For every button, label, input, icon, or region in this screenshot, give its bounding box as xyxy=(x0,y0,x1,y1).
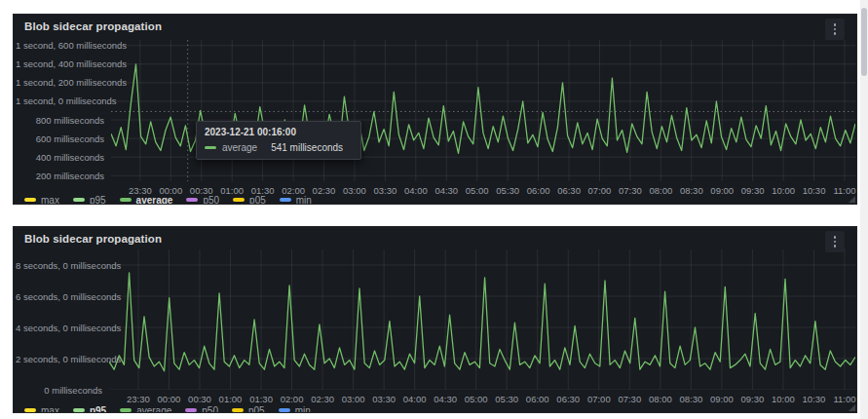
legend-item-label: average xyxy=(136,405,171,414)
legend-item-max[interactable]: max xyxy=(24,405,59,414)
kebab-menu-icon xyxy=(834,28,837,31)
kebab-menu-icon xyxy=(834,32,837,35)
chart-tooltip: 2023-12-21 00:16:00 average 541 millisec… xyxy=(196,121,361,160)
grafana-panel: Blob sidecar propagation maxp95averagep5… xyxy=(13,14,857,205)
series-color-swatch xyxy=(280,198,291,202)
series-color-swatch xyxy=(205,146,216,150)
legend-item-p50[interactable]: p50 xyxy=(186,195,219,206)
legend-item-min[interactable]: min xyxy=(280,195,312,206)
legend-item-p95[interactable]: p95 xyxy=(73,405,106,414)
y-axis-tick: 0 milliseconds xyxy=(16,385,102,396)
legend-item-average[interactable]: average xyxy=(120,405,171,414)
y-axis-tick: 400 milliseconds xyxy=(16,152,104,163)
time-series-plot[interactable] xyxy=(109,249,855,390)
legend-item-label: p05 xyxy=(249,195,266,206)
y-axis-tick: 1 second, 600 milliseconds xyxy=(16,40,104,51)
panel-title: Blob sidecar propagation xyxy=(24,233,162,245)
time-series-plot[interactable] xyxy=(111,40,855,181)
legend-item-label: p95 xyxy=(90,195,106,206)
legend-item-label: max xyxy=(41,195,59,206)
series-color-swatch xyxy=(24,198,36,202)
scrollbar-thumb[interactable] xyxy=(861,8,867,76)
series-color-swatch xyxy=(120,198,132,202)
grafana-panel: Blob sidecar propagation maxp95averagep5… xyxy=(13,226,857,413)
series-color-swatch xyxy=(73,198,85,202)
panel-resize-handle[interactable] xyxy=(849,196,855,203)
legend-item-label: min xyxy=(296,195,312,206)
legend-item-average[interactable]: average xyxy=(120,195,173,206)
tooltip-timestamp: 2023-12-21 00:16:00 xyxy=(205,127,353,137)
legend-item-label: average xyxy=(136,195,173,206)
panel-menu-button[interactable] xyxy=(825,19,845,40)
kebab-menu-icon xyxy=(834,241,837,244)
kebab-menu-icon xyxy=(834,245,837,248)
y-axis-tick: 1 second, 0 milliseconds xyxy=(16,95,104,106)
panel-legend: maxp95averagep50p05min xyxy=(24,403,311,413)
kebab-menu-icon xyxy=(834,236,837,239)
y-axis-tick: 6 seconds, 0 milliseconds xyxy=(16,291,102,302)
legend-item-label: max xyxy=(41,405,59,414)
y-axis-tick: 200 milliseconds xyxy=(16,171,104,181)
y-axis-tick: 1 second, 400 milliseconds xyxy=(16,58,104,69)
legend-item-min[interactable]: min xyxy=(279,405,311,414)
legend-item-max[interactable]: max xyxy=(24,195,59,206)
series-color-swatch xyxy=(279,408,290,412)
kebab-menu-icon xyxy=(834,23,837,26)
legend-item-label: p50 xyxy=(202,405,218,414)
y-axis-tick: 1 second, 200 milliseconds xyxy=(16,77,104,88)
tooltip-series-name: average xyxy=(222,142,257,153)
tooltip-value: 541 milliseconds xyxy=(271,142,343,153)
series-color-swatch xyxy=(233,198,245,202)
y-axis-tick: 2 seconds, 0 milliseconds xyxy=(16,354,102,364)
legend-item-p05[interactable]: p05 xyxy=(233,195,266,206)
series-color-swatch xyxy=(185,408,197,412)
legend-item-label: p95 xyxy=(90,405,106,414)
series-color-swatch xyxy=(73,408,85,412)
series-color-swatch xyxy=(120,408,132,412)
y-axis-tick: 8 seconds, 0 milliseconds xyxy=(16,260,102,271)
series-line-p95 xyxy=(109,273,855,371)
y-axis-tick: 600 milliseconds xyxy=(16,133,104,144)
y-axis-tick: 800 milliseconds xyxy=(16,115,104,126)
panel-title: Blob sidecar propagation xyxy=(24,20,162,32)
legend-item-p95[interactable]: p95 xyxy=(73,195,106,206)
y-axis-tick: 4 seconds, 0 milliseconds xyxy=(16,323,102,333)
series-color-swatch xyxy=(24,408,36,412)
legend-item-label: p05 xyxy=(248,405,265,414)
legend-item-p50[interactable]: p50 xyxy=(185,405,218,414)
series-color-swatch xyxy=(232,408,244,412)
legend-item-label: min xyxy=(295,405,311,414)
scrollbar-track[interactable] xyxy=(860,0,868,419)
legend-item-p05[interactable]: p05 xyxy=(232,405,265,414)
x-axis-tick: 11:00 xyxy=(825,185,857,196)
x-axis-tick: 11:00 xyxy=(825,394,857,404)
series-color-swatch xyxy=(186,198,198,202)
legend-item-label: p50 xyxy=(203,195,219,206)
panel-resize-handle[interactable] xyxy=(849,404,855,411)
